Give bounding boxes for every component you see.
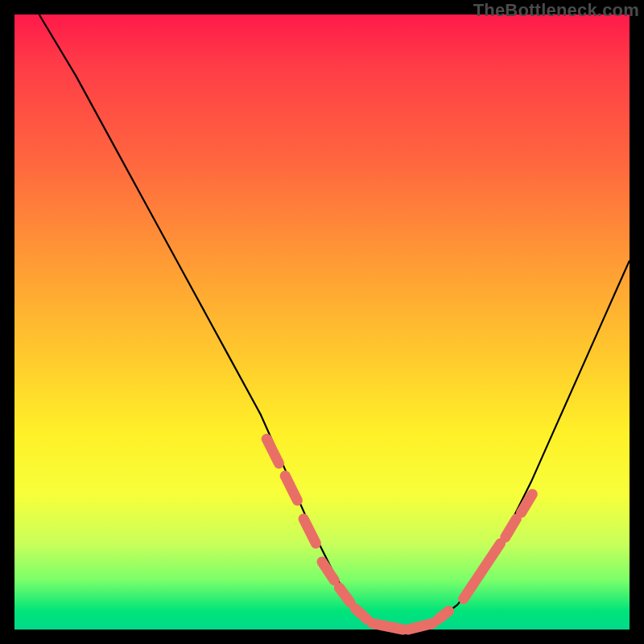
highlight-dash [373,623,403,630]
highlight-dash [355,609,367,620]
bottleneck-curve [39,14,630,630]
highlight-dashes [266,439,532,630]
watermark-label: TheBottleneck.com [473,0,639,21]
highlight-dash [303,519,316,544]
highlight-dash [339,588,350,602]
highlight-dash [506,519,517,538]
highlight-dash [266,439,279,464]
highlight-dash [322,562,334,580]
highlight-dash [285,476,297,501]
chart-svg [14,14,630,630]
chart-frame: TheBottleneck.com [0,0,644,644]
highlight-dash [408,623,433,630]
plot-area [14,14,630,630]
highlight-dash [464,543,501,599]
highlight-dash [438,611,449,620]
